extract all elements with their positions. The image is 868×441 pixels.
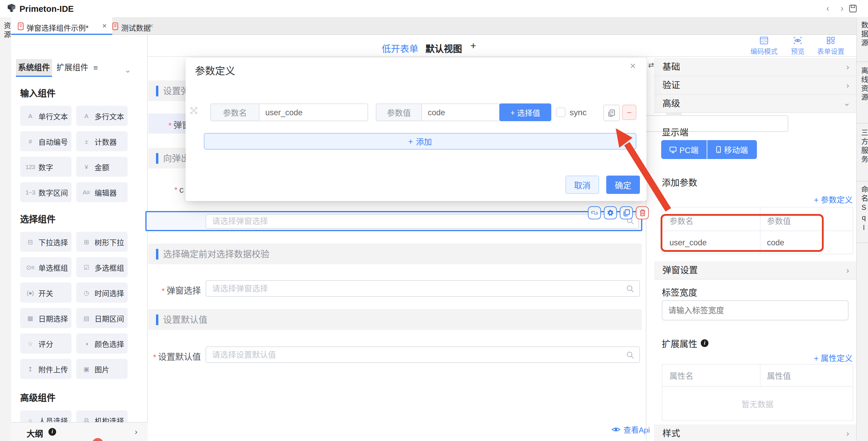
palette-component-item[interactable]: A≡ 编辑器 bbox=[76, 182, 128, 202]
sync-checkbox[interactable] bbox=[556, 108, 565, 117]
doc-tab-inactive[interactable]: 测试数据 × bbox=[112, 17, 162, 35]
canvas-field-popup-select-2[interactable]: *弹窗选择 bbox=[148, 280, 642, 297]
field-bind-button[interactable] bbox=[588, 206, 601, 219]
display-pc-button[interactable]: PC端 bbox=[661, 140, 707, 159]
outline-info-icon[interactable]: i bbox=[49, 428, 56, 436]
field-label: 弹窗选择 bbox=[167, 286, 201, 296]
palette-component-item[interactable]: ⊞ 树形下拉 bbox=[76, 232, 128, 252]
palette-component-item[interactable]: ☆ 评分 bbox=[20, 333, 71, 354]
app-title: Primeton-IDE bbox=[20, 0, 74, 17]
preview-label: 预览 bbox=[781, 46, 814, 56]
palette-component-item[interactable]: (●) 开关 bbox=[20, 283, 71, 303]
copy-row-button[interactable] bbox=[603, 105, 620, 121]
sidebar-tab-system-components[interactable]: 系统组件 bbox=[16, 59, 52, 77]
component-label: 开关 bbox=[38, 287, 53, 298]
nav-forward-button[interactable]: › bbox=[837, 2, 847, 14]
section-title: 设置默认值 bbox=[163, 309, 208, 330]
doc-tab-close-icon[interactable]: × bbox=[148, 21, 155, 30]
panel-collapse-icon[interactable]: ⇄ bbox=[648, 61, 654, 69]
tab-lowcode-form[interactable]: 低开表单 bbox=[382, 41, 418, 54]
palette-component-item[interactable]: A 单行文本 bbox=[20, 106, 71, 126]
palette-component-item[interactable]: A 多行文本 bbox=[76, 106, 128, 126]
param-value-input[interactable] bbox=[421, 104, 500, 121]
palette-component-item[interactable]: ⊟ 下拉选择 bbox=[20, 232, 71, 252]
form-settings-button[interactable]: 表单设置 bbox=[814, 37, 847, 56]
search-icon bbox=[626, 351, 634, 359]
rail-tab-third-party-services[interactable]: 三方服务 bbox=[859, 129, 868, 164]
choose-value-button[interactable]: +选择值 bbox=[499, 104, 551, 121]
component-label: 评分 bbox=[38, 338, 53, 349]
search-icon bbox=[626, 285, 634, 293]
drag-handle-icon[interactable] bbox=[190, 107, 198, 115]
rail-tab-named-sql[interactable]: 命名Sql bbox=[859, 186, 868, 234]
palette-component-item[interactable]: ▤ 日期区间 bbox=[76, 308, 128, 328]
tab-default-view[interactable]: 默认视图 bbox=[426, 41, 462, 54]
param-name-input[interactable] bbox=[259, 104, 368, 121]
param-definition-dialog: 参数定义 × 参数名 参数值 +选择值 sync − +添加 取消 确定 bbox=[186, 58, 646, 201]
popup-select-input[interactable] bbox=[206, 214, 639, 229]
monitor-icon bbox=[670, 146, 677, 153]
left-rail-resources-tab[interactable]: 资源 bbox=[2, 22, 12, 39]
palette-section-input: 输入组件 A 单行文本 A 多行文本 # 自动编号 ± 计数器 bbox=[20, 89, 128, 202]
component-label: 单选框组 bbox=[38, 262, 68, 273]
rail-tab-datasource[interactable]: 数据源 bbox=[859, 21, 868, 48]
cancel-button[interactable]: 取消 bbox=[565, 176, 599, 194]
component-icon: ☆ bbox=[25, 340, 35, 347]
popup-select-input-2[interactable] bbox=[206, 280, 640, 297]
info-icon[interactable]: i bbox=[701, 339, 709, 347]
save-icon[interactable] bbox=[849, 5, 857, 12]
add-param-row-button[interactable]: +添加 bbox=[204, 133, 637, 150]
palette-component-item[interactable]: 1~3 数字区间 bbox=[20, 182, 71, 202]
nav-back-button[interactable]: ‹ bbox=[823, 2, 833, 14]
sidebar-tab-extension-components[interactable]: 扩展组件 bbox=[54, 59, 90, 77]
component-icon: ⊙≡ bbox=[25, 264, 35, 271]
field-delete-button[interactable] bbox=[636, 206, 649, 219]
code-mode-button[interactable]: </> 编码模式 bbox=[747, 37, 780, 56]
component-label: 自动编号 bbox=[38, 136, 68, 147]
view-api-link[interactable]: 查看Api bbox=[612, 424, 650, 435]
copy-icon bbox=[623, 209, 629, 216]
palette-component-item[interactable]: ○ 人员选择 bbox=[20, 410, 71, 422]
remove-row-button[interactable]: − bbox=[622, 105, 637, 120]
palette-component-item[interactable]: 123 数字 bbox=[20, 157, 71, 177]
palette-component-item[interactable]: ▦ 日期选择 bbox=[20, 308, 71, 328]
accordion-basic[interactable]: 基础 › bbox=[654, 58, 856, 76]
doc-tab-active[interactable]: 弹窗选择组件示例* × bbox=[11, 17, 112, 35]
palette-component-item[interactable]: ± 计数器 bbox=[76, 131, 128, 151]
outline-bar[interactable]: 大纲 i › bbox=[11, 422, 148, 441]
doc-tab-close-icon[interactable]: × bbox=[101, 21, 108, 30]
preview-button[interactable]: 预览 bbox=[781, 37, 814, 56]
list-view-icon[interactable]: ≡ bbox=[93, 63, 98, 72]
palette-component-item[interactable]: ⊙≡ 单选框组 bbox=[20, 257, 71, 277]
accordion-style[interactable]: 样式 › bbox=[654, 424, 856, 441]
outline-expand-chevron-icon[interactable]: › bbox=[135, 427, 137, 436]
canvas-field-default-value[interactable]: *设置默认值 bbox=[148, 346, 642, 363]
default-value-input[interactable] bbox=[206, 346, 640, 363]
accordion-label: 基础 bbox=[662, 58, 680, 76]
section-accent-bar bbox=[156, 153, 158, 164]
sidebar-collapse-chevron-icon[interactable]: › bbox=[120, 70, 137, 73]
field-settings-button[interactable] bbox=[604, 206, 617, 219]
dialog-close-icon[interactable]: × bbox=[630, 60, 636, 72]
palette-component-item[interactable]: ↥ 附件上传 bbox=[20, 359, 71, 379]
rail-tab-offline-resources[interactable]: 离线资源 bbox=[859, 67, 868, 102]
chevron-right-icon: › bbox=[846, 424, 849, 441]
palette-component-item[interactable]: ¥ 金额 bbox=[76, 157, 128, 177]
add-param-label: 添加参数 bbox=[662, 176, 697, 188]
component-icon: ¥ bbox=[82, 163, 91, 170]
confirm-button[interactable]: 确定 bbox=[606, 176, 640, 194]
accordion-advanced[interactable]: 高级 › bbox=[654, 95, 856, 113]
palette-component-item[interactable]: ☑ 多选框组 bbox=[76, 257, 128, 277]
accordion-popup-settings[interactable]: 弹窗设置 › bbox=[654, 261, 856, 280]
display-mobile-button[interactable]: 移动端 bbox=[707, 140, 757, 159]
component-label: 下拉选择 bbox=[38, 236, 68, 247]
add-view-button[interactable]: + bbox=[470, 40, 476, 52]
attr-define-link[interactable]: + 属性定义 bbox=[814, 352, 852, 363]
label-width-input[interactable] bbox=[662, 300, 848, 320]
param-define-link[interactable]: + 参数定义 bbox=[814, 193, 852, 205]
canvas-field-popup-select-selected[interactable]: *弹窗选择 bbox=[145, 211, 642, 231]
palette-component-item[interactable]: 品 机构选择 bbox=[76, 410, 128, 422]
accordion-validate[interactable]: 验证 › bbox=[654, 76, 856, 95]
field-copy-button[interactable] bbox=[620, 206, 633, 219]
palette-component-item[interactable]: # 自动编号 bbox=[20, 131, 71, 151]
